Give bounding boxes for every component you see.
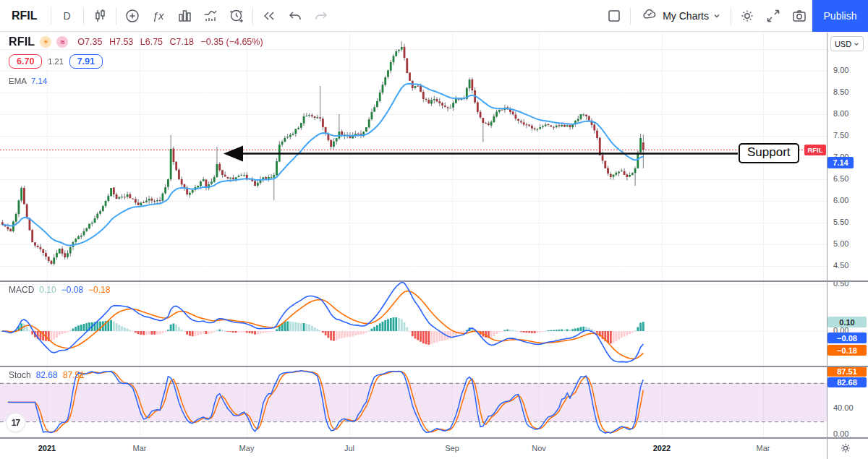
macd-legend[interactable]: MACD 0.10 −0.08 −0.18 <box>9 285 110 295</box>
ema-legend[interactable]: EMA 7.14 <box>9 77 47 85</box>
stoch-d-badge: 87.51 <box>827 366 867 377</box>
chart-canvas[interactable] <box>0 33 827 438</box>
axis-tick-label: 7.50 <box>833 131 848 140</box>
stoch-legend[interactable]: Stoch 82.68 87.51 <box>9 370 85 380</box>
symbol-legend[interactable]: RFIL ☀ ≈ O7.35 H7.53 L6.75 C7.18 −0.35 (… <box>9 35 263 48</box>
chevron-down-icon <box>854 41 859 47</box>
pane-separator[interactable] <box>0 366 868 367</box>
stoch-label: Stoch <box>9 370 31 380</box>
buy-button[interactable]: 7.91 <box>69 54 103 69</box>
support-annotation[interactable]: Support <box>739 143 799 163</box>
axis-tick-label: 6.00 <box>833 196 848 205</box>
sell-button[interactable]: 6.70 <box>9 54 42 69</box>
camera-icon[interactable] <box>786 3 812 29</box>
time-tick-label: 2022 <box>640 444 684 452</box>
tradingview-logo[interactable]: 17 <box>6 413 25 432</box>
delayed-data-icon: ≈ <box>56 36 68 48</box>
macd-hist-badge: 0.10 <box>827 317 867 327</box>
axis-tick-label: 5.00 <box>833 239 848 248</box>
indicators-icon[interactable]: ƒx <box>145 3 171 29</box>
fullscreen-icon[interactable] <box>760 3 786 29</box>
symbol-price-badge: RFIL <box>804 145 826 155</box>
spread-value: 1.21 <box>48 57 63 66</box>
time-axis-border <box>0 437 868 439</box>
axis-tick-label: 5.50 <box>833 218 848 226</box>
ema-value-badge: 7.14 <box>827 157 854 168</box>
macd-line-value: −0.08 <box>61 285 83 295</box>
alert-icon[interactable] <box>224 3 250 29</box>
layout-icon[interactable] <box>601 3 627 29</box>
time-tick-label: May <box>225 444 268 452</box>
currency-selector[interactable]: USD <box>830 36 864 51</box>
change-value: −0.35 (−4.65%) <box>200 37 263 47</box>
time-tick-label: 2021 <box>25 444 69 452</box>
tradingview-app: RFIL D ƒx <box>0 0 868 459</box>
time-tick-label: Nov <box>517 444 561 452</box>
symbol-search-button[interactable]: RFIL <box>0 3 48 29</box>
chart-type-candles-icon[interactable] <box>87 3 113 29</box>
stoch-d-value: 87.51 <box>63 370 85 380</box>
toolbar-separator <box>252 7 253 25</box>
axis-tick-label: 8.00 <box>833 109 848 118</box>
legend-symbol-name: RFIL <box>9 35 35 48</box>
forecast-icon[interactable] <box>197 3 224 29</box>
time-tick-label: Mar <box>118 444 161 452</box>
axis-tick-label: 40.00 <box>833 403 854 412</box>
compare-icon[interactable] <box>119 3 145 29</box>
ohlc-values: O7.35 H7.53 L6.75 C7.18 −0.35 (−4.65%) <box>73 37 263 47</box>
time-tick-label: Sep <box>430 444 474 452</box>
macd-signal-badge: −0.18 <box>827 345 867 356</box>
replay-icon[interactable] <box>256 3 282 29</box>
pane-separator[interactable] <box>0 280 868 282</box>
toolbar-right-group: My Charts <box>601 0 868 32</box>
undo-icon[interactable] <box>282 3 308 29</box>
trade-widget: 6.70 1.21 7.91 <box>9 54 103 69</box>
settings-gear-icon[interactable] <box>734 3 760 29</box>
my-charts-label: My Charts <box>663 10 709 22</box>
toolbar-separator <box>83 7 84 25</box>
axis-tick-label: 4.50 <box>833 261 848 270</box>
toolbar-separator <box>116 7 116 25</box>
macd-signal-value: −0.18 <box>88 285 110 295</box>
redo-icon[interactable] <box>308 3 334 29</box>
time-tick-label: Mar <box>741 444 785 452</box>
macd-hist-value: 0.10 <box>39 285 56 295</box>
market-status-icon: ☀ <box>40 36 51 48</box>
stoch-k-badge: 82.68 <box>827 377 867 387</box>
ema-label: EMA <box>9 77 27 85</box>
time-tick-label: Jul <box>328 444 371 452</box>
toolbar-separator <box>630 7 631 25</box>
toolbar-separator <box>731 7 731 25</box>
macd-line-badge: −0.08 <box>827 333 867 343</box>
macd-label: MACD <box>9 285 34 295</box>
price-axis-border <box>827 33 827 459</box>
top-toolbar: RFIL D ƒx <box>0 0 868 32</box>
indicator-templates-icon[interactable] <box>171 3 197 29</box>
my-charts-button[interactable]: My Charts <box>634 6 728 25</box>
axis-tick-label: 8.50 <box>833 87 848 96</box>
axis-tick-label: 6.50 <box>833 174 848 183</box>
interval-button[interactable]: D <box>54 3 80 29</box>
toolbar-separator <box>51 7 51 25</box>
ema-value: 7.14 <box>31 77 47 85</box>
chevron-down-icon <box>713 10 720 22</box>
time-axis[interactable]: 2021MarMayJulSepNov2022Mar <box>0 438 868 459</box>
publish-button[interactable]: Publish <box>812 0 868 32</box>
stoch-k-value: 82.68 <box>36 370 58 380</box>
axis-tick-label: 9.00 <box>833 66 848 74</box>
time-axis-settings-icon[interactable] <box>839 442 852 458</box>
cloud-check-icon <box>641 6 658 25</box>
